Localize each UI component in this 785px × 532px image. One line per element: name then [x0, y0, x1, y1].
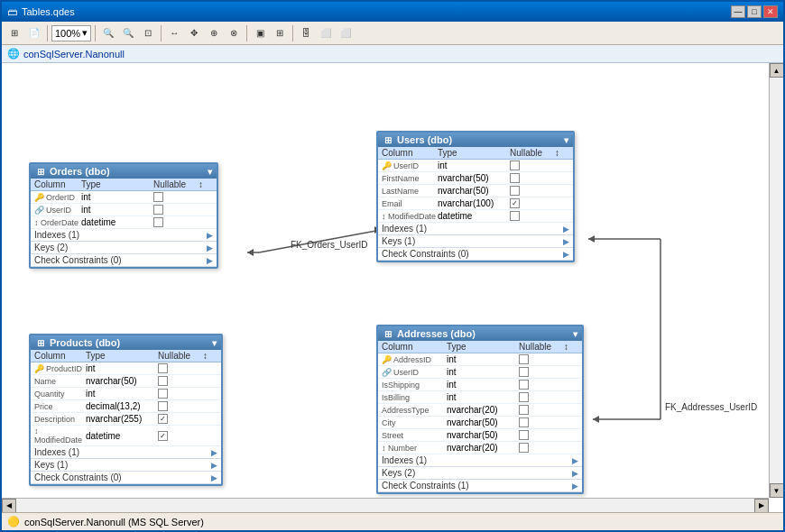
addresses-row-addresstype[interactable]: AddressType nvarchar(20)	[378, 404, 582, 417]
users-col-sort: ↕	[555, 148, 569, 158]
products-description-checkbox	[158, 414, 168, 424]
sep2	[95, 25, 96, 41]
users-indexes[interactable]: Indexes (1) ▶	[378, 223, 573, 235]
addresses-row-isbilling[interactable]: IsBilling int	[378, 391, 582, 404]
addresses-table-icon: ⊞	[383, 328, 393, 339]
addresses-table-header[interactable]: ⊞ Addresses (dbo) ▾	[378, 326, 582, 341]
users-chevron[interactable]: ▾	[564, 135, 568, 145]
addresses-row-street[interactable]: Street nvarchar(50)	[378, 429, 582, 442]
products-table-icon: ⊞	[35, 337, 46, 348]
orders-constraints[interactable]: Check Constraints (0) ▶	[31, 254, 217, 267]
addresses-col-column: Column	[382, 342, 447, 352]
orders-row-orderdate[interactable]: ↕ OrderDate datetime	[31, 216, 217, 229]
products-table-header[interactable]: ⊞ Products (dbo) ▾	[31, 335, 221, 350]
addresses-city-type: nvarchar(50)	[447, 417, 519, 427]
close-button[interactable]: ✕	[763, 5, 778, 18]
users-row-firstname[interactable]: FirstName nvarchar(50)	[378, 172, 573, 185]
products-keys-expand[interactable]: ▶	[211, 461, 217, 470]
users-table-header[interactable]: ⊞ Users (dbo) ▾	[378, 133, 573, 147]
new-button[interactable]: 📄	[25, 24, 43, 42]
zoom-fit-button[interactable]: ⊡	[139, 24, 157, 42]
products-quantity-icon: Quantity	[34, 390, 86, 399]
products-constraints-expand[interactable]: ▶	[211, 473, 217, 482]
remove-button[interactable]: ⊗	[225, 24, 243, 42]
minimize-button[interactable]: —	[731, 5, 745, 18]
users-constraints[interactable]: Check Constraints (0) ▶	[378, 248, 573, 261]
canvas[interactable]: FK_Orders_UserID FK_Addresses_UserID	[2, 63, 769, 498]
zoom-value: 100%	[55, 28, 80, 39]
orders-keys-expand[interactable]: ▶	[207, 243, 213, 252]
users-userid-checkbox	[510, 161, 520, 170]
users-row-userid[interactable]: 🔑 UserID int	[378, 160, 573, 172]
products-chevron[interactable]: ▾	[212, 338, 217, 348]
scroll-up-button[interactable]: ▲	[770, 63, 784, 78]
addresses-keys[interactable]: Keys (2) ▶	[378, 467, 582, 480]
addresses-col-headers: Column Type Nullable ↕	[378, 341, 582, 353]
products-row-description[interactable]: Description nvarchar(255)	[31, 413, 221, 426]
export-button[interactable]: ⬜	[317, 24, 335, 42]
addresses-row-city[interactable]: City nvarchar(50)	[378, 417, 582, 429]
addresses-row-isshipping[interactable]: IsShipping int	[378, 379, 582, 391]
products-indexes-expand[interactable]: ▶	[211, 448, 217, 457]
addresses-row-userid[interactable]: 🔗 UserID int	[378, 366, 582, 379]
addresses-constraints[interactable]: Check Constraints (1) ▶	[378, 480, 582, 492]
main-window: 🗃 Tables.qdes — □ ✕ ⊞ 📄 100% ▾ 🔍 🔍 ⊡ ↔ ✥…	[0, 0, 785, 532]
orders-indexes[interactable]: Indexes (1) ▶	[31, 229, 217, 242]
maximize-button[interactable]: □	[747, 5, 762, 18]
vertical-scrollbar[interactable]: ▲ ▼	[769, 63, 783, 498]
scroll-left-button[interactable]: ◀	[2, 499, 16, 513]
products-keys-label: Keys (1)	[34, 460, 68, 470]
addresses-chevron[interactable]: ▾	[573, 329, 577, 339]
addresses-keys-expand[interactable]: ▶	[572, 469, 578, 478]
products-row-modifieddate[interactable]: ↕ ModifiedDate datetime	[31, 426, 221, 446]
addresses-indexes[interactable]: Indexes (1) ▶	[378, 454, 582, 467]
horizontal-scrollbar[interactable]: ◀ ▶	[2, 498, 769, 512]
scroll-right-button[interactable]: ▶	[754, 499, 769, 513]
products-row-quantity[interactable]: Quantity int	[31, 388, 221, 400]
grid-button[interactable]: ⊞	[271, 24, 289, 42]
addresses-indexes-expand[interactable]: ▶	[572, 456, 578, 465]
addresses-row-addressid[interactable]: 🔑 AddressID int	[378, 353, 582, 366]
products-constraints[interactable]: Check Constraints (0) ▶	[31, 472, 221, 484]
users-row-modifieddate[interactable]: ↕ ModifiedDate datetime	[378, 210, 573, 223]
users-keys-expand[interactable]: ▶	[563, 237, 569, 246]
products-row-productid[interactable]: 🔑 ProductID int	[31, 362, 221, 375]
sep3	[161, 25, 162, 41]
products-row-name[interactable]: Name nvarchar(50)	[31, 375, 221, 388]
db-button[interactable]: 🗄	[297, 24, 315, 42]
move-button[interactable]: ✥	[185, 24, 203, 42]
products-row-price[interactable]: Price decimal(13,2)	[31, 400, 221, 413]
addresses-userid-checkbox	[519, 367, 529, 377]
orders-row-orderid[interactable]: 🔑 OrderID int	[31, 191, 217, 204]
products-keys[interactable]: Keys (1) ▶	[31, 459, 221, 472]
arrow-button[interactable]: ↔	[165, 24, 183, 42]
nav-connection: conSqlServer.Nanonull	[23, 49, 125, 60]
orders-keys[interactable]: Keys (2) ▶	[31, 242, 217, 254]
scroll-down-button[interactable]: ▼	[770, 483, 784, 498]
fk-icon: 🔗	[34, 206, 44, 215]
import-button[interactable]: ⬜	[337, 24, 355, 42]
orders-indexes-expand[interactable]: ▶	[207, 231, 213, 240]
users-row-email[interactable]: Email nvarchar(100)	[378, 197, 573, 210]
zoom-control[interactable]: 100% ▾	[51, 25, 91, 41]
users-row-lastname[interactable]: LastName nvarchar(50)	[378, 185, 573, 197]
orders-constraints-expand[interactable]: ▶	[207, 256, 213, 265]
addresses-row-number[interactable]: ↕ Number nvarchar(20)	[378, 442, 582, 454]
orders-chevron[interactable]: ▾	[208, 167, 212, 177]
zoom-dropdown-icon[interactable]: ▾	[82, 27, 88, 39]
addresses-constraints-expand[interactable]: ▶	[572, 482, 578, 491]
users-constraints-expand[interactable]: ▶	[563, 250, 569, 259]
zoom-out-button[interactable]: 🔍	[119, 24, 137, 42]
addresses-isbilling-type: int	[447, 392, 519, 402]
orders-col-sort: ↕	[199, 179, 213, 189]
orders-table-header[interactable]: ⊞ Orders (dbo) ▾	[31, 164, 217, 179]
users-indexes-expand[interactable]: ▶	[563, 225, 569, 234]
orders-row-userid[interactable]: 🔗 UserID int	[31, 204, 217, 216]
select-button[interactable]: ▣	[251, 24, 269, 42]
users-keys[interactable]: Keys (1) ▶	[378, 235, 573, 248]
products-indexes[interactable]: Indexes (1) ▶	[31, 446, 221, 459]
zoom-in-button[interactable]: 🔍	[99, 24, 117, 42]
add-table-button[interactable]: ⊕	[205, 24, 223, 42]
orderdate-checkbox	[153, 217, 163, 227]
table-icon[interactable]: ⊞	[5, 24, 23, 42]
